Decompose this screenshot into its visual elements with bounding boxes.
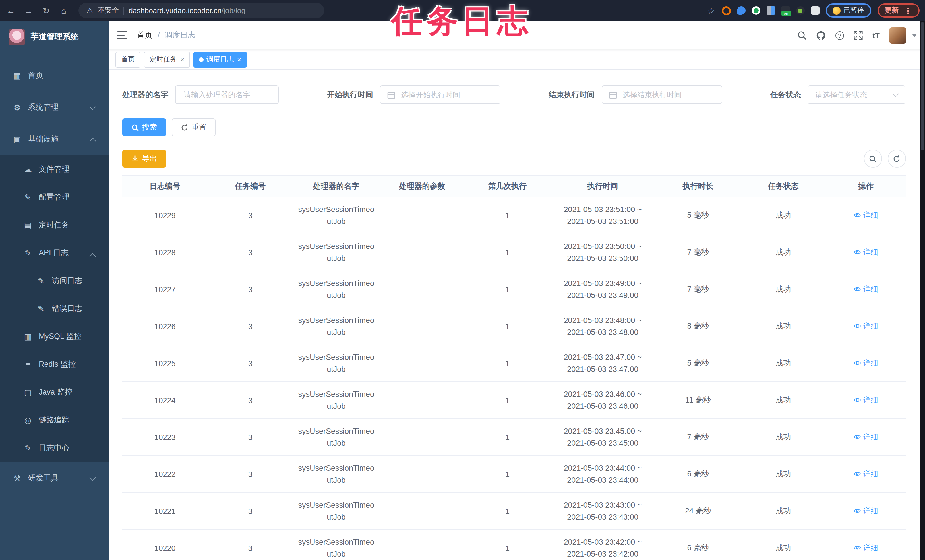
sidebar-item-系统管理[interactable]: ⚙系统管理 <box>0 92 108 123</box>
detail-link[interactable]: 详细 <box>854 210 878 221</box>
detail-link[interactable]: 详细 <box>854 358 878 369</box>
start-time-input[interactable] <box>400 90 493 99</box>
url-text[interactable]: dashboard.yudao.iocoder.cn/job/log <box>128 6 246 15</box>
scrollbar-thumb[interactable] <box>920 22 924 150</box>
hamburger-icon[interactable] <box>117 31 127 39</box>
breadcrumb-home[interactable]: 首页 <box>137 30 152 41</box>
job-id-cell: 3 <box>208 456 293 493</box>
tab-label: 调度日志 <box>206 54 234 64</box>
table-body: 102293sysUserSessionTimeoutJob12021-05-0… <box>122 197 905 560</box>
detail-link[interactable]: 详细 <box>854 284 878 295</box>
devtools-icon: ⚒ <box>12 473 22 482</box>
home-icon[interactable]: ⌂ <box>59 6 69 15</box>
close-icon[interactable]: × <box>237 56 241 63</box>
reload-icon[interactable]: ↻ <box>41 5 51 16</box>
extension-green-check-icon[interactable] <box>752 6 760 15</box>
status-cell: 成功 <box>741 308 826 345</box>
search-icon[interactable] <box>797 31 806 40</box>
sidebar-item-配置管理[interactable]: ✎配置管理 <box>0 183 108 211</box>
github-icon[interactable] <box>816 30 826 40</box>
sidebar-item-日志中心[interactable]: ✎日志中心 <box>0 434 108 462</box>
handler-cell: sysUserSessionTimeoutJob <box>293 493 379 530</box>
end-time-input[interactable] <box>621 90 714 99</box>
sidebar-item-首页[interactable]: ▦首页 <box>0 60 108 92</box>
exec-time-cell: 2021-05-03 23:45:00 ~2021-05-03 23:45:00 <box>550 419 655 456</box>
extension-grid-icon[interactable] <box>766 6 775 15</box>
tab-定时任务[interactable]: 定时任务× <box>144 51 190 67</box>
redis-monitor-icon: ≡ <box>23 360 32 369</box>
sidebar-item-定时任务[interactable]: ▤定时任务 <box>0 211 108 239</box>
log-id-cell: 10228 <box>122 234 208 271</box>
back-icon[interactable]: ← <box>6 6 16 15</box>
sidebar-menu: ▦首页⚙系统管理▣基础设施☁文件管理✎配置管理▤定时任务✎API 日志✎访问日志… <box>0 60 108 494</box>
extension-blue-icon[interactable] <box>737 6 745 15</box>
extension-orange-icon[interactable] <box>722 6 731 15</box>
export-button[interactable]: 导出 <box>122 149 166 168</box>
profile-paused-badge[interactable]: 已暂停 <box>826 3 871 18</box>
java-monitor-icon: ▢ <box>23 387 32 397</box>
extensions-puzzle-icon[interactable] <box>811 6 819 15</box>
sidebar-item-研发工具[interactable]: ⚒研发工具 <box>0 462 108 494</box>
screen: ← → ↻ ⌂ ⚠ 不安全 dashboard.yudao.iocoder.cn… <box>0 0 925 560</box>
sidebar-item-错误日志[interactable]: ✎错误日志 <box>0 295 108 322</box>
detail-link[interactable]: 详细 <box>854 395 878 405</box>
access-log-icon: ✎ <box>36 276 45 285</box>
detail-link[interactable]: 详细 <box>854 469 878 479</box>
extension-leaf-icon[interactable] <box>796 6 804 15</box>
exec-index-cell: 1 <box>465 197 550 234</box>
infrastructure-icon: ▣ <box>12 135 22 144</box>
font-size-icon[interactable]: tT <box>872 31 880 39</box>
sidebar-item-API 日志[interactable]: ✎API 日志 <box>0 239 108 266</box>
bookmark-star-icon[interactable]: ☆ <box>708 5 715 16</box>
search-button[interactable]: 搜索 <box>122 118 166 137</box>
tab-首页[interactable]: 首页 <box>116 51 140 67</box>
browser-menu-icon[interactable]: ⋮ <box>904 6 912 15</box>
action-cell: 详细 <box>826 345 905 382</box>
exec-index-cell: 1 <box>465 234 550 271</box>
window-scrollbar[interactable] <box>919 21 925 560</box>
table-row: 102263sysUserSessionTimeoutJob12021-05-0… <box>122 308 905 345</box>
sidebar-item-访问日志[interactable]: ✎访问日志 <box>0 266 108 295</box>
param-cell <box>379 382 465 419</box>
refresh-table-button[interactable] <box>887 149 905 168</box>
show-search-button[interactable] <box>863 149 882 168</box>
detail-link[interactable]: 详细 <box>854 506 878 516</box>
gear-icon: ⚙ <box>12 103 22 112</box>
tags-view-bar: 首页定时任务×调度日志× <box>108 50 925 70</box>
duration-cell: 6 毫秒 <box>655 456 741 493</box>
help-icon[interactable]: ? <box>835 31 844 39</box>
refresh-icon <box>893 155 900 162</box>
security-warning-label[interactable]: 不安全 <box>98 6 119 15</box>
browser-update-button[interactable]: 更新 ⋮ <box>877 3 919 18</box>
detail-link[interactable]: 详细 <box>854 432 878 442</box>
detail-link[interactable]: 详细 <box>854 321 878 331</box>
status-select[interactable]: 请选择任务状态 <box>808 85 905 104</box>
handler-input[interactable] <box>182 90 271 99</box>
close-icon[interactable]: × <box>180 56 184 63</box>
avatar-caret-icon[interactable] <box>912 34 916 37</box>
reset-button[interactable]: 重置 <box>172 118 215 137</box>
exec-index-cell: 1 <box>465 493 550 530</box>
fullscreen-icon[interactable] <box>854 31 863 40</box>
sidebar-item-链路追踪[interactable]: ◎链路追踪 <box>0 406 108 434</box>
log-table: 日志编号任务编号处理器的名字处理器的参数第几次执行执行时间执行时长任务状态操作 … <box>122 175 905 560</box>
tab-调度日志[interactable]: 调度日志× <box>193 51 247 67</box>
sidebar-item-MySQL 监控[interactable]: ▥MySQL 监控 <box>0 322 108 350</box>
sidebar-item-label: 系统管理 <box>28 102 59 113</box>
sidebar-item-文件管理[interactable]: ☁文件管理 <box>0 155 108 183</box>
sidebar-item-基础设施[interactable]: ▣基础设施 <box>0 123 108 155</box>
job-id-cell: 3 <box>208 234 293 271</box>
sidebar-item-Java 监控[interactable]: ▢Java 监控 <box>0 378 108 406</box>
status-text: 成功 <box>776 248 791 256</box>
detail-link[interactable]: 详细 <box>854 247 878 257</box>
handler-cell: sysUserSessionTimeoutJob <box>293 308 379 345</box>
param-cell <box>379 345 465 382</box>
address-bar[interactable]: ⚠ 不安全 dashboard.yudao.iocoder.cn/job/log <box>78 3 324 18</box>
job-id-cell: 3 <box>208 382 293 419</box>
forward-icon[interactable]: → <box>23 6 33 15</box>
sidebar-item-Redis 监控[interactable]: ≡Redis 监控 <box>0 350 108 378</box>
user-avatar[interactable] <box>889 27 905 44</box>
extension-on-badge-icon[interactable]: on <box>781 6 789 15</box>
detail-link[interactable]: 详细 <box>854 543 878 553</box>
config-manage-icon: ✎ <box>23 193 32 202</box>
